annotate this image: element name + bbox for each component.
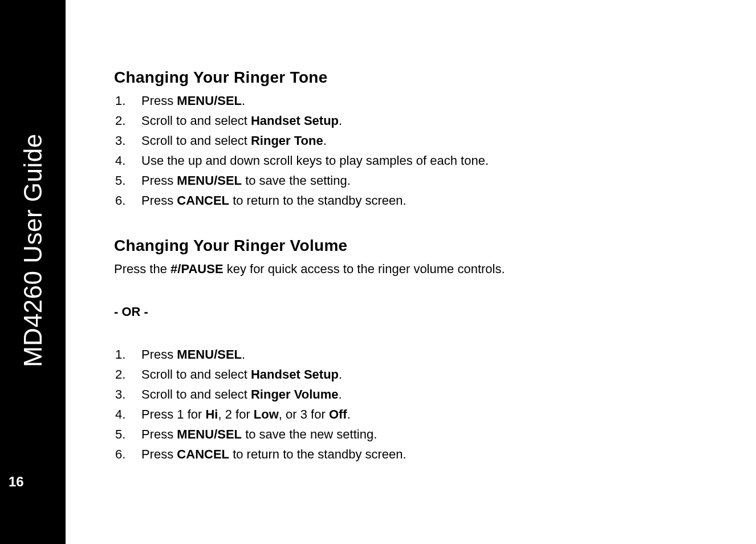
- section-heading-ringer-volume: Changing Your Ringer Volume: [114, 234, 710, 258]
- list-item: 1. Press MENU/SEL.: [114, 91, 710, 110]
- list-number: 2.: [114, 111, 141, 130]
- list-text: Press MENU/SEL.: [141, 345, 710, 364]
- list-item: 6. Press CANCEL to return to the standby…: [114, 445, 710, 464]
- list-item: 2. Scroll to and select Handset Setup.: [114, 111, 710, 130]
- list-number: 1.: [114, 91, 141, 110]
- list-number: 3.: [114, 385, 141, 404]
- list-item: 6. Press CANCEL to return to the standby…: [114, 191, 710, 210]
- list-text: Scroll to and select Ringer Volume.: [141, 385, 710, 404]
- list-text: Use the up and down scroll keys to play …: [141, 151, 710, 170]
- list-item: 3. Scroll to and select Ringer Volume.: [114, 385, 710, 404]
- list-text: Scroll to and select Handset Setup.: [141, 365, 710, 384]
- page-content: Changing Your Ringer Tone 1. Press MENU/…: [66, 0, 756, 544]
- section-intro: Press the #/PAUSE key for quick access t…: [114, 259, 710, 278]
- list-text: Press CANCEL to return to the standby sc…: [141, 445, 710, 464]
- list-number: 4.: [114, 405, 141, 424]
- list-number: 3.: [114, 131, 141, 150]
- list-text: Press CANCEL to return to the standby sc…: [141, 191, 710, 210]
- list-number: 2.: [114, 365, 141, 384]
- list-item: 3. Scroll to and select Ringer Tone.: [114, 131, 710, 150]
- list-text: Press 1 for Hi, 2 for Low, or 3 for Off.: [141, 405, 710, 424]
- list-item: 2. Scroll to and select Handset Setup.: [114, 365, 710, 384]
- list-item: 1. Press MENU/SEL.: [114, 345, 710, 364]
- list-text: Press MENU/SEL.: [141, 91, 710, 110]
- list-item: 4. Use the up and down scroll keys to pl…: [114, 151, 710, 170]
- list-text: Scroll to and select Ringer Tone.: [141, 131, 710, 150]
- list-number: 6.: [114, 445, 141, 464]
- list-number: 5.: [114, 425, 141, 444]
- page-number: 16: [9, 474, 24, 490]
- list-number: 5.: [114, 171, 141, 190]
- sidebar: MD4260 User Guide 16: [0, 0, 66, 544]
- list-item: 5. Press MENU/SEL to save the new settin…: [114, 425, 710, 444]
- list-item: 5. Press MENU/SEL to save the setting.: [114, 171, 710, 190]
- list-number: 1.: [114, 345, 141, 364]
- list-text: Press MENU/SEL to save the new setting.: [141, 425, 710, 444]
- list-text: Press MENU/SEL to save the setting.: [141, 171, 710, 190]
- list-text: Scroll to and select Handset Setup.: [141, 111, 710, 130]
- section-heading-ringer-tone: Changing Your Ringer Tone: [114, 66, 710, 90]
- list-item: 4. Press 1 for Hi, 2 for Low, or 3 for O…: [114, 405, 710, 424]
- list-number: 4.: [114, 151, 141, 170]
- document-title: MD4260 User Guide: [19, 133, 47, 367]
- list-number: 6.: [114, 191, 141, 210]
- or-separator: - OR -: [114, 302, 710, 321]
